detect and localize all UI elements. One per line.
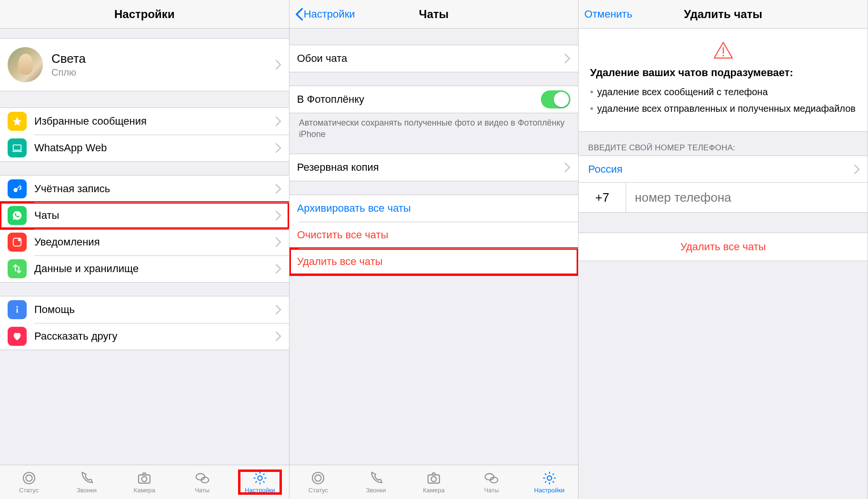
phone-header: ВВЕДИТЕ СВОЙ НОМЕР ТЕЛЕФОНА:: [579, 132, 868, 156]
delete-all-button[interactable]: Удалить все чаты: [579, 233, 868, 261]
cell-tell-friend[interactable]: Рассказать другу: [0, 323, 289, 350]
tab-settings[interactable]: Настройки: [239, 470, 281, 494]
cancel-label: Отменить: [584, 8, 632, 20]
tab-chats[interactable]: Чаты: [181, 470, 223, 494]
navbar: Настройки: [0, 0, 289, 29]
phone-icon: [369, 470, 384, 486]
cancel-button[interactable]: Отменить: [584, 8, 632, 20]
group-backup: Резервная копия: [289, 154, 579, 181]
info-block: Удаление ваших чатов подразумевает: удал…: [579, 67, 868, 123]
cell-backup[interactable]: Резервная копия: [289, 154, 579, 181]
bullet-1: удаление всех сообщений с телефона: [590, 86, 856, 98]
cell-archive-all[interactable]: Архивировать все чаты: [289, 195, 579, 222]
cell-account[interactable]: Учётная запись: [0, 176, 289, 202]
chats-icon: [195, 470, 210, 486]
cell-label: Избранные сообщения: [34, 115, 276, 127]
cell-camera-roll[interactable]: В Фотоплёнку: [289, 86, 579, 113]
cell-starred[interactable]: Избранные сообщения: [0, 108, 289, 135]
cell-label: Чаты: [34, 209, 276, 222]
tab-calls[interactable]: Звонки: [355, 470, 397, 494]
cell-notifications[interactable]: Уведомления: [0, 229, 289, 255]
chats-icon: [484, 470, 499, 486]
chevron-right-icon: [276, 305, 281, 314]
cell-wallpaper[interactable]: Обои чата: [289, 45, 579, 72]
back-label: Настройки: [304, 8, 355, 20]
group-account: Учётная запись Чаты Уведомления: [0, 175, 289, 283]
badge-icon: [8, 233, 27, 252]
status-icon: [21, 470, 37, 486]
panel-settings: Настройки Света Сплю Избранные сообщения: [0, 0, 289, 499]
tab-camera[interactable]: Камера: [123, 470, 165, 494]
tabbar: Статус Звонки Камера Чаты Настройки: [289, 465, 579, 499]
country-row[interactable]: Россия: [579, 156, 868, 182]
warning-icon-wrap: [579, 29, 868, 67]
cell-chats[interactable]: Чаты: [0, 202, 289, 229]
cell-whatsapp-web[interactable]: WhatsApp Web: [0, 135, 289, 161]
chevron-right-icon: [854, 165, 860, 174]
navbar-title: Удалить чаты: [684, 8, 762, 21]
cell-label: Резервная копия: [297, 161, 565, 174]
chevron-right-icon: [276, 237, 281, 247]
chevron-right-icon: [565, 54, 570, 63]
cell-label: Рассказать другу: [34, 330, 276, 342]
profile-name: Света: [51, 51, 276, 66]
chevron-right-icon: [276, 264, 281, 274]
profile-row[interactable]: Света Сплю: [0, 38, 289, 91]
cell-label: Уведомления: [34, 236, 276, 248]
cell-label: Помощь: [34, 303, 276, 316]
star-icon: [8, 112, 27, 131]
svg-point-7: [26, 475, 32, 481]
cell-label: Очистить все чаты: [297, 229, 571, 241]
tab-status[interactable]: Статус: [8, 470, 50, 494]
group-camera-roll: В Фотоплёнку: [289, 86, 579, 113]
svg-point-9: [142, 477, 147, 482]
back-button[interactable]: Настройки: [295, 8, 355, 20]
content: Света Сплю Избранные сообщения WhatsApp …: [0, 29, 289, 465]
phone-row: +7: [579, 182, 868, 213]
svg-rect-4: [17, 309, 18, 313]
profile-status: Сплю: [51, 67, 276, 78]
tab-label: Чаты: [195, 487, 210, 494]
cell-label: Учётная запись: [34, 183, 276, 195]
cell-label: В Фотоплёнку: [297, 93, 541, 106]
chevron-right-icon: [276, 117, 281, 126]
tab-chats[interactable]: Чаты: [470, 470, 512, 494]
tab-calls[interactable]: Звонки: [66, 470, 108, 494]
tab-status[interactable]: Статус: [297, 470, 339, 494]
cell-label: WhatsApp Web: [34, 142, 276, 154]
info-title: Удаление ваших чатов подразумевает:: [590, 67, 856, 79]
svg-point-6: [23, 472, 35, 484]
chevron-left-icon: [295, 8, 303, 20]
panel-chats: Настройки Чаты Обои чата В Фотоплёнку Ав…: [289, 0, 579, 499]
arrows-icon: [8, 259, 27, 278]
cell-help[interactable]: Помощь: [0, 296, 289, 323]
tabbar: Статус Звонки Камера Чаты Настройки: [0, 465, 289, 499]
chevron-right-icon: [276, 332, 281, 341]
cell-storage[interactable]: Данные и хранилище: [0, 255, 289, 282]
avatar: [8, 47, 43, 82]
tab-label: Настройки: [245, 487, 275, 494]
chevron-right-icon: [565, 163, 570, 172]
status-icon: [310, 470, 326, 486]
laptop-icon: [8, 138, 27, 157]
group-wallpaper: Обои чата: [289, 45, 579, 72]
tab-label: Статус: [309, 487, 328, 494]
svg-point-3: [18, 239, 21, 242]
svg-point-19: [547, 476, 551, 480]
cell-label: Удалить все чаты: [297, 255, 571, 268]
tab-settings[interactable]: Настройки: [529, 470, 570, 494]
phone-input[interactable]: [626, 190, 868, 205]
gear-icon: [542, 470, 557, 486]
cell-delete-all[interactable]: Удалить все чаты: [289, 248, 579, 275]
switch-camera-roll[interactable]: [541, 90, 570, 108]
content: Обои чата В Фотоплёнку Автоматически сох…: [289, 29, 579, 465]
bullet-2: удаление всех отправленных и полученных …: [590, 102, 856, 115]
cell-clear-all[interactable]: Очистить все чаты: [289, 222, 579, 248]
tab-camera[interactable]: Камера: [413, 470, 455, 494]
tab-label: Статус: [19, 487, 39, 494]
camera-icon: [426, 470, 441, 486]
country-label: Россия: [588, 163, 854, 176]
tab-label: Настройки: [534, 487, 565, 494]
content: Удаление ваших чатов подразумевает: удал…: [579, 29, 868, 499]
camera-icon: [137, 470, 152, 486]
